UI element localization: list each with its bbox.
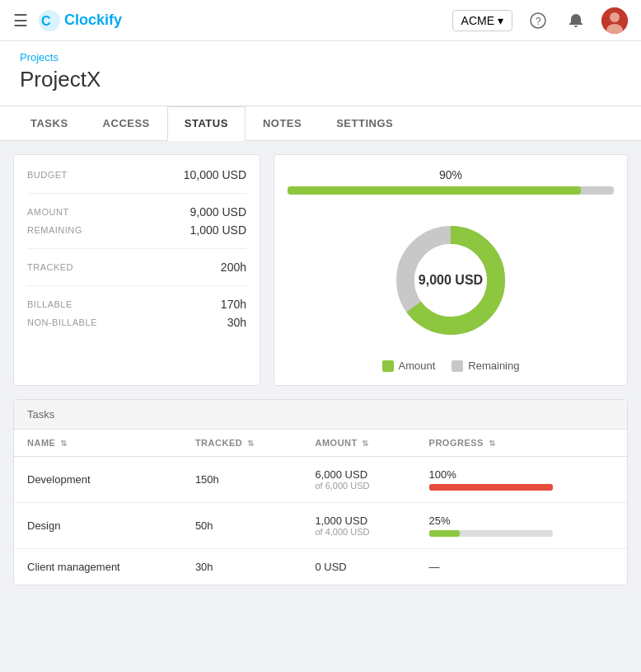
legend-remaining-label: Remaining (468, 359, 519, 372)
menu-icon[interactable]: ☰ (13, 11, 28, 31)
task-amount: 1,000 USD of 4,000 USD (302, 503, 415, 549)
chevron-down-icon: ▾ (498, 14, 503, 27)
task-tracked: 50h (182, 503, 302, 549)
sort-tracked-icon: ⇅ (247, 439, 255, 448)
app-header: ☰ C Clockify ACME ▾ ? (0, 0, 641, 41)
sort-name-icon: ⇅ (60, 439, 68, 448)
amount-section: AMOUNT 9,000 USD REMAINING 1,000 USD (27, 205, 246, 249)
legend-amount-label: Amount (399, 359, 436, 372)
chart-card: 90% 9,000 USD (274, 154, 628, 386)
remaining-label: REMAINING (27, 225, 82, 235)
col-tracked[interactable]: TRACKED ⇅ (182, 430, 302, 457)
amount-row: AMOUNT 9,000 USD (27, 205, 246, 219)
acme-button[interactable]: ACME ▾ (452, 10, 512, 31)
tasks-tbody: Development 150h 6,000 USD of 6,000 USD … (14, 457, 627, 585)
table-row: Client management 30h 0 USD — (14, 549, 627, 585)
budget-section: BUDGET 10,000 USD (27, 168, 246, 194)
tracked-label: TRACKED (27, 262, 73, 272)
task-name: Design (14, 503, 182, 549)
tab-notes[interactable]: NOTES (246, 106, 319, 140)
tab-settings[interactable]: SETTINGS (319, 106, 410, 140)
page-title: ProjectX (20, 67, 621, 92)
legend-remaining-dot (452, 360, 463, 372)
nonbillable-value: 30h (227, 316, 246, 329)
billable-value: 170h (221, 298, 246, 311)
task-name: Client management (14, 549, 182, 585)
col-amount[interactable]: AMOUNT ⇅ (302, 430, 415, 457)
budget-label: BUDGET (27, 170, 68, 180)
budget-card: BUDGET 10,000 USD AMOUNT 9,000 USD REMAI… (13, 154, 260, 386)
table-header-row: NAME ⇅ TRACKED ⇅ AMOUNT ⇅ PROGRESS ⇅ (14, 430, 627, 457)
tab-tasks[interactable]: TASKS (13, 106, 86, 140)
acme-label: ACME (461, 14, 494, 27)
top-row: BUDGET 10,000 USD AMOUNT 9,000 USD REMAI… (13, 154, 628, 386)
donut-chart: 9,000 USD (385, 214, 517, 346)
task-tracked: 150h (182, 457, 302, 503)
nonbillable-label: NON-BILLABLE (27, 317, 97, 327)
logo-text: Clockify (64, 12, 122, 29)
task-name: Development (14, 457, 182, 503)
table-row: Design 50h 1,000 USD of 4,000 USD 25% (14, 503, 627, 549)
budget-value: 10,000 USD (184, 168, 246, 181)
progress-percent: 90% (288, 168, 614, 181)
table-row: Development 150h 6,000 USD of 6,000 USD … (14, 457, 627, 503)
task-progress-bar-fill (429, 530, 461, 537)
task-progress-label: 25% (429, 515, 614, 527)
task-progress-bar-bg (429, 530, 553, 537)
svg-text:C: C (41, 14, 51, 28)
legend-amount-dot (382, 360, 394, 372)
billable-section: BILLABLE 170h NON-BILLABLE 30h (27, 298, 246, 329)
remaining-row: REMAINING 1,000 USD (27, 223, 246, 237)
task-amount: 0 USD (302, 549, 415, 585)
budget-row: BUDGET 10,000 USD (27, 168, 246, 181)
task-progress-cell: — (416, 549, 627, 585)
chart-legend: Amount Remaining (382, 359, 520, 372)
tasks-header: Tasks (14, 400, 627, 430)
billable-label: BILLABLE (27, 299, 73, 309)
remaining-value: 1,000 USD (190, 223, 246, 237)
tab-status[interactable]: STATUS (167, 106, 246, 141)
task-amount: 6,000 USD of 6,000 USD (302, 457, 415, 503)
task-progress-bar-fill (429, 484, 553, 491)
sort-progress-icon: ⇅ (489, 439, 496, 448)
tracked-row: TRACKED 200h (27, 261, 246, 274)
progress-bar-fill (288, 186, 581, 195)
donut-center-label: 9,000 USD (419, 273, 483, 288)
task-progress-cell: 25% (416, 503, 627, 549)
page-header: Projects ProjectX (0, 41, 641, 106)
billable-row: BILLABLE 170h (27, 298, 246, 311)
help-icon[interactable]: ? (526, 8, 550, 33)
task-progress-cell: 100% (416, 457, 627, 503)
task-progress-empty: — (429, 561, 440, 573)
col-progress[interactable]: PROGRESS ⇅ (416, 430, 627, 457)
amount-value: 9,000 USD (190, 205, 246, 219)
tasks-card: Tasks NAME ⇅ TRACKED ⇅ AMOUNT ⇅ (13, 399, 628, 585)
header-right: ACME ▾ ? (452, 7, 628, 34)
avatar[interactable] (601, 7, 628, 34)
tasks-table: NAME ⇅ TRACKED ⇅ AMOUNT ⇅ PROGRESS ⇅ (14, 430, 627, 585)
bell-icon[interactable] (564, 8, 588, 33)
legend-remaining: Remaining (452, 359, 519, 372)
progress-bar-bg (288, 186, 614, 195)
logo-icon: C (38, 9, 61, 32)
sort-amount-icon: ⇅ (362, 439, 369, 448)
tracked-section: TRACKED 200h (27, 261, 246, 286)
amount-label: AMOUNT (27, 207, 69, 217)
main-content: BUDGET 10,000 USD AMOUNT 9,000 USD REMAI… (0, 141, 641, 599)
logo: C Clockify (38, 9, 122, 32)
progress-section: 90% (288, 168, 614, 195)
nonbillable-row: NON-BILLABLE 30h (27, 316, 246, 329)
task-progress-label: 100% (429, 468, 614, 481)
svg-text:?: ? (536, 16, 541, 27)
tracked-value: 200h (221, 261, 246, 274)
task-tracked: 30h (182, 549, 302, 585)
tab-access[interactable]: ACCESS (86, 106, 167, 140)
col-name[interactable]: NAME ⇅ (14, 430, 182, 457)
breadcrumb[interactable]: Projects (20, 51, 621, 63)
task-progress-bar-bg (429, 484, 553, 491)
legend-amount: Amount (382, 359, 436, 372)
tabs-bar: TASKS ACCESS STATUS NOTES SETTINGS (0, 106, 641, 141)
svg-point-5 (610, 12, 620, 22)
